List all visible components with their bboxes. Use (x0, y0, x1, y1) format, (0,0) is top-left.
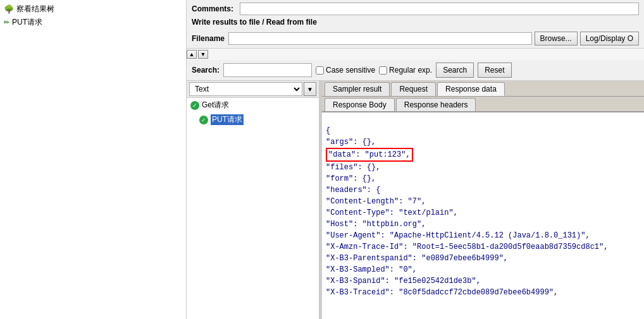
comments-input[interactable] (240, 3, 639, 15)
sidebar-item-tree[interactable]: 🌳 察看结果树 (0, 3, 186, 16)
response-content: {"args": {},"data": "put:123","files": {… (322, 112, 644, 319)
search-input[interactable] (223, 63, 312, 77)
search-label: Search: (192, 66, 220, 75)
filename-row: Filename Browse... Log/Display O (192, 32, 639, 45)
scroll-up-btn[interactable]: ▲ (187, 50, 197, 59)
main-content: Comments: Write results to file / Read f… (187, 0, 644, 319)
browse-button[interactable]: Browse... (535, 32, 578, 45)
comments-label: Comments: (192, 4, 236, 13)
scroll-down-btn[interactable]: ▼ (198, 50, 208, 59)
text-dropdown-bar: Text ▼ (187, 81, 319, 98)
search-button[interactable]: Search (436, 63, 474, 78)
tabs-row1: Sampler result Request Response data (322, 81, 644, 97)
log-display-button[interactable]: Log/Display O (580, 32, 639, 45)
tab-response-headers[interactable]: Response headers (396, 98, 476, 111)
tab-response-data[interactable]: Response data (437, 82, 505, 96)
check-icon-put: ✓ (199, 116, 208, 124)
comments-row: Comments: (192, 3, 639, 15)
tab-response-body[interactable]: Response Body (325, 98, 395, 111)
sidebar-item-put[interactable]: ✏ PUT请求 (0, 16, 186, 29)
tree-item-get-label: Get请求 (202, 100, 229, 111)
sidebar: 🌳 察看结果树 ✏ PUT请求 (0, 0, 187, 319)
pencil-icon: ✏ (4, 18, 9, 27)
sidebar-item-tree-label: 察看结果树 (16, 4, 54, 15)
tree-item-put-label: PUT请求 (211, 114, 244, 125)
tabs-row2: Response Body Response headers (322, 97, 644, 112)
left-panel-content: ✓ Get请求 ✓ PUT请求 (187, 98, 319, 319)
text-dropdown[interactable]: Text (189, 82, 302, 96)
write-results-label: Write results to file / Read from file (192, 18, 317, 27)
right-panel: Sampler result Request Response data Res… (322, 81, 644, 319)
filename-input[interactable] (228, 32, 532, 45)
tab-request[interactable]: Request (391, 82, 436, 96)
top-form: Comments: Write results to file / Read f… (187, 0, 644, 49)
dropdown-arrow-btn[interactable]: ▼ (304, 82, 316, 96)
scroll-arrows-row: ▲ ▼ (187, 49, 644, 60)
left-panel: Text ▼ ✓ Get请求 ✓ PUT请求 (187, 81, 319, 319)
reset-button[interactable]: Reset (478, 63, 511, 78)
sidebar-item-put-label: PUT请求 (12, 17, 42, 28)
tree-item-put[interactable]: ✓ PUT请求 (187, 112, 319, 127)
regular-exp-label: Regular exp. (379, 66, 432, 75)
case-sensitive-label: Case sensitive (316, 66, 375, 75)
search-bar: Search: Case sensitive Regular exp. Sear… (187, 60, 644, 81)
lower-area: Text ▼ ✓ Get请求 ✓ PUT请求 (187, 81, 644, 319)
tab-sampler-result[interactable]: Sampler result (325, 82, 390, 96)
tree-icon: 🌳 (4, 4, 14, 14)
regular-exp-checkbox[interactable] (379, 66, 387, 75)
check-icon-get: ✓ (190, 101, 199, 110)
write-results-row: Write results to file / Read from file (192, 18, 639, 29)
tree-item-get[interactable]: ✓ Get请求 (187, 98, 319, 112)
case-sensitive-checkbox[interactable] (316, 66, 324, 75)
filename-label: Filename (192, 34, 225, 43)
